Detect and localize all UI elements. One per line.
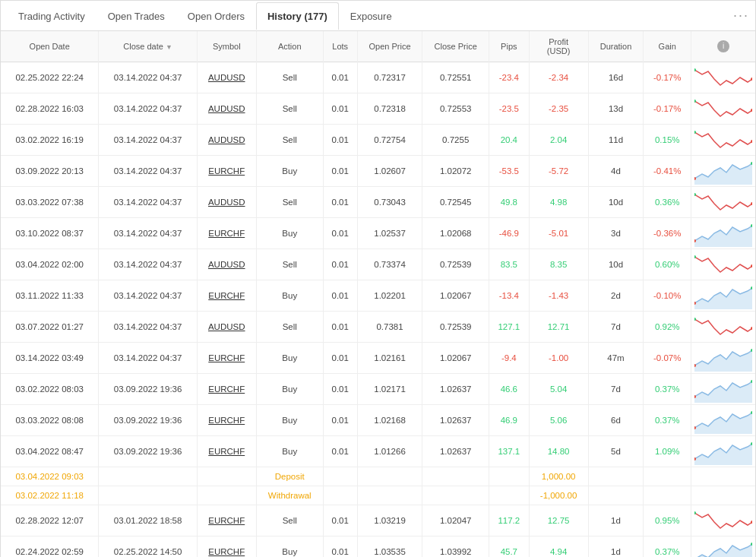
open-price-cell: 0.72318 [357,93,422,125]
pips-cell: -23.5 [489,93,529,125]
action-cell: Sell [256,312,323,343]
close-price-cell [422,486,489,505]
table-header-row: Open Date Close date ▼ Symbol Action Lot… [1,31,755,62]
profit-cell: -5.01 [529,218,588,249]
symbol-cell[interactable]: AUDUSD [197,62,256,93]
open-date-cell: 03.02.2022 11:18 [1,486,99,505]
symbol-cell[interactable]: EURCHF [197,405,256,436]
symbol-link[interactable]: EURCHF [208,291,245,300]
profit-cell: -1.43 [529,280,588,312]
symbol-cell[interactable]: EURCHF [197,374,256,405]
tab-exposure[interactable]: Exposure [339,2,403,30]
profit-cell: 2.04 [529,125,588,156]
symbol-link[interactable]: EURCHF [208,229,245,238]
tab-history[interactable]: History (177) [256,2,339,30]
table-body: 02.25.2022 22:24 03.14.2022 04:37 AUDUSD… [1,62,755,558]
open-price-cell: 1.02168 [357,405,422,436]
tab-trading-activity[interactable]: Trading Activity [7,2,96,30]
symbol-link[interactable]: AUDUSD [208,73,245,82]
close-date-cell: 03.14.2022 04:37 [99,62,198,93]
profit-cell: -2.34 [529,62,588,93]
gain-cell: 0.95% [644,505,691,536]
symbol-cell[interactable]: AUDUSD [197,312,256,343]
close-price-cell: 0.7255 [422,125,489,156]
symbol-link[interactable]: AUDUSD [208,135,245,144]
symbol-link[interactable]: EURCHF [208,416,245,425]
symbol-cell[interactable]: EURCHF [197,536,256,558]
col-close-date[interactable]: Close date ▼ [99,31,198,62]
symbol-link[interactable]: EURCHF [208,447,245,456]
close-date-cell: 03.14.2022 04:37 [99,280,198,312]
symbol-cell[interactable]: EURCHF [197,156,256,187]
profit-cell: 8.35 [529,249,588,280]
symbol-link[interactable]: AUDUSD [208,198,245,207]
symbol-cell[interactable]: EURCHF [197,218,256,249]
open-price-cell: 0.7381 [357,312,422,343]
action-cell: Sell [256,62,323,93]
symbol-link[interactable]: EURCHF [208,547,245,556]
symbol-link[interactable]: EURCHF [208,385,245,394]
lots-cell: 0.01 [323,280,357,312]
pips-cell: 46.6 [489,374,529,405]
col-action: Action [256,31,323,62]
pips-cell: -46.9 [489,218,529,249]
open-date-cell: 03.11.2022 11:33 [1,280,99,312]
tab-open-orders[interactable]: Open Orders [176,2,256,30]
tab-open-trades[interactable]: Open Trades [96,2,176,30]
open-date-cell: 02.24.2022 02:59 [1,536,99,558]
symbol-cell[interactable]: EURCHF [197,436,256,467]
profit-cell: -2.35 [529,93,588,125]
symbol-link[interactable]: EURCHF [208,166,245,176]
chart-cell [691,536,756,558]
table-row: 03.14.2022 03:49 03.14.2022 04:37 EURCHF… [1,343,755,374]
symbol-cell [197,486,256,505]
close-price-cell: 1.02637 [422,436,489,467]
open-date-cell: 03.04.2022 09:03 [1,467,99,486]
info-icon[interactable]: i [717,40,729,52]
profit-cell: -1.00 [529,343,588,374]
open-date-cell: 03.09.2022 20:13 [1,156,99,187]
open-price-cell: 1.02201 [357,280,422,312]
close-price-cell [422,467,489,486]
history-table-wrap: Open Date Close date ▼ Symbol Action Lot… [1,31,755,557]
symbol-cell[interactable]: EURCHF [197,343,256,374]
close-price-cell: 0.72553 [422,93,489,125]
open-price-cell: 1.03219 [357,505,422,536]
open-date-cell: 03.04.2022 08:47 [1,436,99,467]
symbol-link[interactable]: AUDUSD [208,322,245,331]
duration-cell: 3d [588,218,644,249]
lots-cell: 0.01 [323,156,357,187]
open-price-cell: 1.02607 [357,156,422,187]
symbol-cell[interactable]: AUDUSD [197,125,256,156]
profit-cell: 12.75 [529,505,588,536]
close-date-cell: 03.14.2022 04:37 [99,343,198,374]
table-row: 02.28.2022 12:07 03.01.2022 18:58 EURCHF… [1,505,755,536]
symbol-cell[interactable]: EURCHF [197,280,256,312]
profit-cell: 4.94 [529,536,588,558]
gain-cell: -0.36% [644,218,691,249]
pips-cell: 127.1 [489,312,529,343]
open-date-cell: 03.03.2022 08:08 [1,405,99,436]
open-price-cell: 1.02161 [357,343,422,374]
symbol-cell[interactable]: AUDUSD [197,249,256,280]
open-price-cell: 0.73043 [357,187,422,218]
action-cell: Buy [256,156,323,187]
symbol-link[interactable]: EURCHF [208,516,245,525]
more-options-button[interactable]: ··· [733,8,749,24]
symbol-cell[interactable]: AUDUSD [197,187,256,218]
open-date-cell: 03.10.2022 08:37 [1,218,99,249]
symbol-link[interactable]: AUDUSD [208,260,245,269]
chart-cell [691,249,756,280]
tabs-bar: Trading Activity Open Trades Open Orders… [1,1,755,31]
symbol-cell[interactable]: AUDUSD [197,93,256,125]
duration-cell: 47m [588,343,644,374]
action-cell: Buy [256,405,323,436]
symbol-cell[interactable]: EURCHF [197,505,256,536]
duration-cell: 16d [588,62,644,93]
symbol-link[interactable]: AUDUSD [208,104,245,113]
profit-cell: 5.06 [529,405,588,436]
symbol-link[interactable]: EURCHF [208,353,245,362]
pips-cell: 20.4 [489,125,529,156]
table-row: 03.03.2022 07:38 03.14.2022 04:37 AUDUSD… [1,187,755,218]
table-row: 03.07.2022 01:27 03.14.2022 04:37 AUDUSD… [1,312,755,343]
